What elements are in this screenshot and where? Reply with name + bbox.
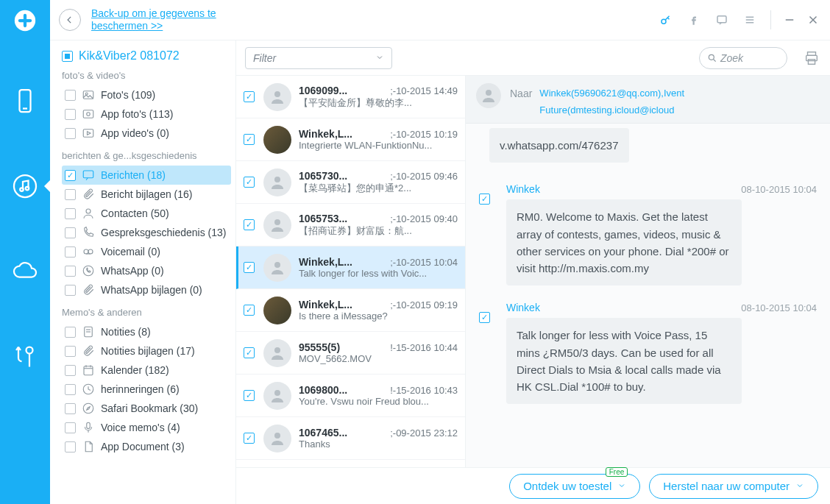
message-row[interactable]: 1067465...;-09-2015 23:12Thanks [236, 417, 465, 460]
discover-device-button[interactable]: Ontdek uw toestel Free [509, 474, 640, 499]
print-button[interactable] [802, 49, 821, 68]
message-preview: Thanks [299, 439, 458, 450]
recipient-link[interactable]: Future(dmtesting.icloud@icloud [539, 104, 674, 116]
tree-item[interactable]: Kalender (182) [62, 361, 231, 380]
sender-name: 1069099... [299, 85, 347, 96]
tree-item[interactable]: Berichten (18) [62, 166, 231, 185]
key-icon[interactable] [656, 10, 676, 30]
message-date: !-15-2016 10:44 [390, 342, 458, 353]
message-row[interactable]: 1069800...!-15-2016 10:43You're. Vswu no… [236, 375, 465, 417]
item-checkbox[interactable] [65, 246, 76, 258]
message-date: ;-10-2015 10:04 [390, 257, 458, 268]
feedback-icon[interactable] [712, 10, 732, 30]
row-checkbox[interactable] [244, 347, 255, 358]
message-row[interactable]: Winkek,L...;-10-2015 10:04Talk longer fo… [236, 246, 465, 289]
message-row[interactable]: 95555(5)!-15-2016 10:44MOV_5662.MOV [236, 332, 465, 375]
tree-item[interactable]: herinneringen (6) [62, 380, 231, 399]
tree-item[interactable]: Foto's (109) [62, 85, 231, 104]
svg-point-21 [86, 209, 91, 213]
sender-name: 1069800... [299, 384, 347, 396]
tree-item[interactable]: App foto's (113) [62, 104, 231, 124]
facebook-icon[interactable] [684, 10, 704, 30]
item-checkbox[interactable] [65, 327, 76, 338]
tree-item[interactable]: WhatsApp bijlagen (0) [62, 280, 231, 299]
tree-item[interactable]: Notities (8) [62, 322, 231, 341]
device-checkbox[interactable] [62, 51, 73, 62]
minimize-button[interactable] [781, 10, 798, 30]
avatar [263, 211, 291, 239]
tree-item[interactable]: Voicemail (0) [62, 242, 231, 261]
message-row[interactable]: Winkek,L...;-10-2015 10:19Integrierte WL… [236, 118, 465, 161]
item-checkbox[interactable] [65, 90, 76, 101]
nav-phone-icon[interactable] [0, 76, 50, 126]
tree-item[interactable]: Voice memo's (4) [62, 418, 231, 437]
row-checkbox[interactable] [244, 305, 255, 316]
tree-item[interactable]: Notities bijlagen (17) [62, 341, 231, 361]
tree-item[interactable]: Safari Bookmark (30) [62, 399, 231, 418]
item-checkbox[interactable] [65, 422, 76, 433]
category-icon [82, 421, 95, 434]
item-checkbox[interactable] [65, 266, 76, 277]
search-input[interactable]: Zoek [699, 47, 787, 69]
back-button[interactable] [59, 9, 81, 31]
item-checkbox[interactable] [65, 109, 76, 120]
row-checkbox[interactable] [244, 134, 255, 145]
tree-item[interactable]: Bericht bijlagen (16) [62, 185, 231, 204]
item-checkbox[interactable] [65, 384, 76, 395]
avatar [263, 83, 291, 111]
section-media-label: foto's & video's [62, 70, 231, 81]
message-preview: Talk longer for less with Voic... [299, 268, 458, 279]
row-checkbox[interactable] [244, 177, 255, 188]
bubble-checkbox[interactable] [479, 194, 490, 205]
nav-music-icon[interactable] [0, 161, 50, 211]
message-row[interactable]: Winkek,L...;-10-2015 09:19Is there a iMe… [236, 289, 465, 332]
item-checkbox[interactable] [65, 285, 76, 296]
category-icon [82, 363, 95, 377]
filter-dropdown[interactable]: Filter [245, 47, 392, 69]
category-icon [82, 226, 95, 239]
item-checkbox[interactable] [65, 346, 76, 357]
item-checkbox[interactable] [65, 365, 76, 376]
message-row[interactable]: 1065753...;-10-2015 09:40【招商证券】财富版：航... [236, 204, 465, 246]
message-detail: Naar Winkek(59690621@qq.com),Ivent Futur… [466, 76, 830, 467]
message-row[interactable]: 1069099...;-10-2015 14:49【平安陆金所】尊敬的李... [236, 76, 465, 118]
tree-item[interactable]: Contacten (50) [62, 204, 231, 223]
category-tree: Kik&Viber2 081072 foto's & video's Foto'… [50, 40, 235, 504]
svg-point-34 [83, 403, 93, 414]
tree-item[interactable]: App Document (3) [62, 437, 231, 456]
item-checkbox[interactable] [65, 208, 76, 219]
category-icon [82, 283, 95, 297]
nav-tools-icon[interactable] [0, 332, 50, 382]
row-checkbox[interactable] [244, 219, 255, 230]
message-preview: Integrierte WLAN-FunktionNu... [299, 140, 458, 151]
tree-item[interactable]: Gespreksgeschiedenis (13) [62, 223, 231, 242]
restore-button[interactable]: Herstel naar uw computer [649, 474, 818, 499]
tree-item[interactable]: App video's (0) [62, 124, 231, 143]
svg-rect-40 [808, 59, 815, 63]
bubble-checkbox[interactable] [479, 312, 490, 323]
row-checkbox[interactable] [244, 262, 255, 273]
close-button[interactable] [805, 10, 821, 30]
item-checkbox[interactable] [65, 403, 76, 414]
row-checkbox[interactable] [244, 91, 255, 102]
nav-cloud-icon[interactable] [0, 246, 50, 297]
avatar [263, 254, 291, 282]
message-date: ;-10-2015 14:49 [390, 85, 458, 96]
message-row[interactable]: 1065730...;-10-2015 09:46【菜鸟驿站】您的申通*2... [236, 161, 465, 204]
row-checkbox[interactable] [244, 433, 255, 444]
item-checkbox[interactable] [65, 170, 76, 181]
nav-rail [0, 0, 50, 504]
row-checkbox[interactable] [244, 390, 255, 401]
message-date: ;-10-2015 09:40 [390, 213, 458, 224]
tree-item[interactable]: WhatsApp (0) [62, 261, 231, 280]
item-checkbox[interactable] [65, 128, 76, 139]
message-preview: You're. Vswu noir Freud blou... [299, 396, 458, 407]
backup-link[interactable]: Back-up om je gegevens te beschermen >> [91, 7, 238, 33]
device-title[interactable]: Kik&Viber2 081072 [62, 49, 231, 63]
menu-icon[interactable] [739, 10, 760, 30]
item-checkbox[interactable] [65, 227, 76, 238]
item-checkbox[interactable] [65, 441, 76, 452]
recipient-link[interactable]: Winkek(59690621@qq.com),Ivent [539, 88, 684, 99]
item-checkbox[interactable] [65, 189, 76, 200]
svg-point-36 [709, 54, 714, 60]
